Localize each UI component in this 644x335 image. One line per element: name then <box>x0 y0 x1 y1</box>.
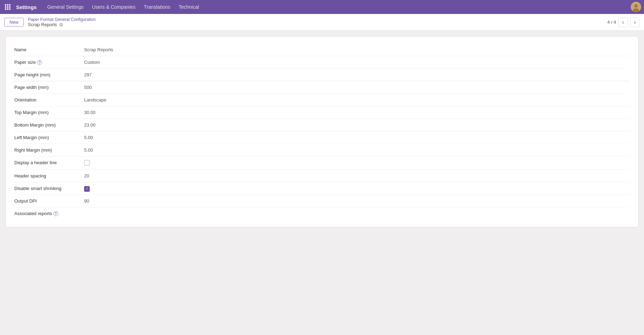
new-button[interactable]: New <box>4 18 24 26</box>
label-smart-shrinking: Disable smart shrinking <box>14 185 84 191</box>
value-orientation: Landscape <box>84 97 630 102</box>
field-name: Name Scrap Reports <box>14 44 630 56</box>
field-output-dpi: Output DPI 90 <box>14 195 630 207</box>
field-header-spacing: Header spacing 20 <box>14 170 630 182</box>
label-header-line: Display a header line <box>14 159 84 165</box>
value-associated-reports <box>84 210 630 211</box>
navbar-item-users-companies[interactable]: Users & Companies <box>88 2 140 12</box>
breadcrumb-current: Scrap Reports ⚙ <box>28 22 96 28</box>
label-header-spacing: Header spacing <box>14 173 84 178</box>
pagination: 4 / 4 ‹ › <box>607 17 640 27</box>
value-page-height: 297 <box>84 71 630 77</box>
value-output-dpi: 90 <box>84 198 630 204</box>
avatar[interactable] <box>631 2 641 12</box>
svg-rect-7 <box>7 8 8 10</box>
value-bottom-margin: 23.00 <box>84 122 630 128</box>
value-smart-shrinking: ✓ <box>84 185 630 192</box>
prev-button[interactable]: ‹ <box>618 17 628 27</box>
field-paper-size: Paper size ? Custom <box>14 56 630 69</box>
label-right-margin: Right Margin (mm) <box>14 147 84 153</box>
form-card: Name Scrap Reports Paper size ? Custom P… <box>6 36 638 227</box>
field-right-margin: Right Margin (mm) 5.00 <box>14 144 630 157</box>
field-top-margin: Top Margin (mm) 30.00 <box>14 106 630 119</box>
label-page-width: Page width (mm) <box>14 84 84 90</box>
breadcrumb: Paper Format General Configuration Scrap… <box>28 17 96 28</box>
field-orientation: Orientation Landscape <box>14 94 630 106</box>
field-page-height: Page height (mm) 297 <box>14 69 630 81</box>
field-associated-reports: Associated reports ? <box>14 207 630 220</box>
value-left-margin: 5.00 <box>84 134 630 140</box>
navbar-item-translations[interactable]: Translations <box>140 2 175 12</box>
label-output-dpi: Output DPI <box>14 198 84 204</box>
svg-rect-4 <box>7 6 8 8</box>
breadcrumb-parent[interactable]: Paper Format General Configuration <box>28 17 96 22</box>
value-top-margin: 30.00 <box>84 109 630 115</box>
svg-rect-8 <box>9 8 10 10</box>
label-orientation: Orientation <box>14 97 84 102</box>
app-title[interactable]: Settings <box>14 4 39 10</box>
navbar-item-technical[interactable]: Technical <box>175 2 203 12</box>
grid-icon[interactable] <box>3 2 13 12</box>
field-left-margin: Left Margin (mm) 5.00 <box>14 131 630 144</box>
value-header-spacing: 20 <box>84 173 630 178</box>
checkbox-header-line[interactable] <box>84 160 90 166</box>
main-content: Name Scrap Reports Paper size ? Custom P… <box>0 31 644 233</box>
svg-point-10 <box>634 4 638 8</box>
svg-rect-6 <box>5 8 6 10</box>
field-smart-shrinking: Disable smart shrinking ✓ <box>14 182 630 195</box>
navbar-item-general-settings[interactable]: General Settings <box>43 2 88 12</box>
next-button[interactable]: › <box>630 17 640 27</box>
pagination-info: 4 / 4 <box>607 20 616 25</box>
label-page-height: Page height (mm) <box>14 71 84 77</box>
svg-rect-2 <box>9 4 10 6</box>
field-page-width: Page width (mm) 500 <box>14 81 630 94</box>
field-bottom-margin: Bottom Margin (mm) 23.00 <box>14 119 630 131</box>
value-paper-size: Custom <box>84 59 630 65</box>
svg-rect-5 <box>9 6 10 8</box>
label-paper-size: Paper size ? <box>14 59 84 65</box>
value-page-width: 500 <box>84 84 630 90</box>
label-associated-reports: Associated reports ? <box>14 210 84 216</box>
label-bottom-margin: Bottom Margin (mm) <box>14 122 84 128</box>
help-icon-associated-reports[interactable]: ? <box>53 211 58 216</box>
label-left-margin: Left Margin (mm) <box>14 134 84 140</box>
value-header-line <box>84 159 630 167</box>
help-icon-paper-size[interactable]: ? <box>37 60 42 65</box>
svg-rect-0 <box>5 4 6 6</box>
value-name: Scrap Reports <box>84 46 630 52</box>
navbar-right <box>631 2 641 12</box>
field-header-line: Display a header line <box>14 157 630 170</box>
navbar-menu: General Settings Users & Companies Trans… <box>43 2 203 12</box>
svg-rect-1 <box>7 4 8 6</box>
navbar: Settings General Settings Users & Compan… <box>0 0 644 14</box>
svg-rect-3 <box>5 6 6 8</box>
checkbox-smart-shrinking[interactable]: ✓ <box>84 186 90 192</box>
breadcrumb-current-label: Scrap Reports <box>28 22 57 27</box>
value-right-margin: 5.00 <box>84 147 630 153</box>
settings-icon[interactable]: ⚙ <box>59 22 64 28</box>
label-top-margin: Top Margin (mm) <box>14 109 84 115</box>
actionbar: New Paper Format General Configuration S… <box>0 14 644 31</box>
label-name: Name <box>14 46 84 52</box>
